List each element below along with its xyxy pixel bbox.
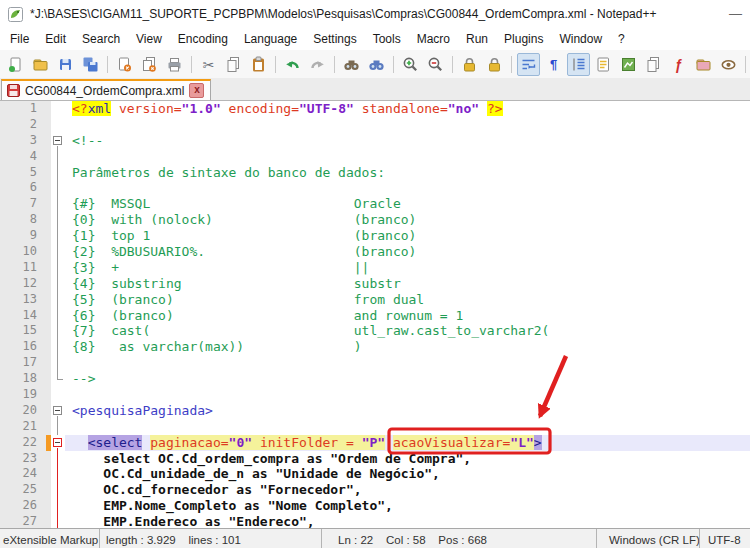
menu-item-language[interactable]: Language: [236, 29, 305, 49]
function-list-icon[interactable]: [592, 53, 615, 76]
define-language-icon[interactable]: ƒ: [667, 53, 690, 76]
undo-icon[interactable]: [281, 53, 304, 76]
copy-icon[interactable]: [222, 53, 245, 76]
tab-close-icon[interactable]: x: [189, 83, 204, 98]
editor-line-25[interactable]: 25 OC.cd_fornecedor as "Fornecedor",: [0, 482, 750, 498]
line-text: [65, 117, 750, 133]
save-icon[interactable]: [54, 53, 77, 76]
sync-vertical-scroll-icon[interactable]: [458, 53, 481, 76]
line-number: 24: [0, 466, 46, 482]
menu-item-encoding[interactable]: Encoding: [170, 29, 236, 49]
find-icon[interactable]: [340, 53, 363, 76]
editor-line-26[interactable]: 26 EMP.Nome_Completo as "Nome Completo",: [0, 498, 750, 514]
cut-icon[interactable]: ✂: [197, 53, 220, 76]
menu-item-macro[interactable]: Macro: [409, 29, 458, 49]
document-map-icon[interactable]: [617, 53, 640, 76]
fold-margin[interactable]: [51, 435, 65, 451]
print-icon[interactable]: [163, 53, 186, 76]
tab-bar: CG00844_OrdemCompra.xml x: [0, 78, 750, 101]
open-file-icon[interactable]: [29, 53, 52, 76]
title-bar: *J:\BASES\CIGAM11_SUPORTE_PCPBPM\Modelos…: [0, 0, 750, 28]
editor-line-1[interactable]: 1<?xml version="1.0" encoding="UTF-8" st…: [0, 101, 750, 117]
editor-line-27[interactable]: 27 EMP.Endereco as "Endereco",: [0, 514, 750, 528]
editor-line-2[interactable]: 2: [0, 117, 750, 133]
minimize-button[interactable]: —: [729, 9, 742, 19]
menu-item-search[interactable]: Search: [74, 29, 128, 49]
menu-item-help[interactable]: ?: [610, 29, 633, 49]
line-text: {3} + ||: [65, 260, 750, 276]
menu-item-edit[interactable]: Edit: [37, 29, 74, 49]
line-text: <?xml version="1.0" encoding="UTF-8" sta…: [65, 101, 750, 117]
fold-margin: [51, 498, 65, 514]
status-eol-format[interactable]: Windows (CR LF): [597, 529, 700, 548]
line-number: 16: [0, 339, 46, 355]
fold-margin: [51, 323, 65, 339]
fold-margin: [51, 451, 65, 467]
line-text: [65, 149, 750, 165]
editor-line-11[interactable]: 11{3} + ||: [0, 260, 750, 276]
menu-item-file[interactable]: File: [2, 29, 37, 49]
menu-item-view[interactable]: View: [128, 29, 170, 49]
zoom-out-icon[interactable]: [424, 53, 447, 76]
menu-item-plugins[interactable]: Plugins: [496, 29, 551, 49]
editor-line-9[interactable]: 9{1} top 1 (branco): [0, 228, 750, 244]
editor-line-4[interactable]: 4: [0, 149, 750, 165]
fold-collapse-icon: [53, 136, 62, 145]
redo-icon[interactable]: [306, 53, 329, 76]
editor-line-19[interactable]: 19: [0, 387, 750, 403]
editor-line-23[interactable]: 23 select OC.Cd_ordem_compra as "Ordem d…: [0, 451, 750, 467]
zoom-in-icon[interactable]: [399, 53, 422, 76]
close-all-icon[interactable]: [138, 53, 161, 76]
file-monitoring-eye-icon[interactable]: [717, 53, 740, 76]
fold-margin[interactable]: [51, 403, 65, 419]
editor-line-22[interactable]: 22 <select paginacao="0" initFolder = "P…: [0, 435, 750, 451]
toolbar-separator: [745, 56, 746, 73]
editor-line-15[interactable]: 15{7} cast( utl_raw.cast_to_varchar2(: [0, 323, 750, 339]
new-file-icon[interactable]: [4, 53, 27, 76]
line-number: 14: [0, 308, 46, 324]
editor-line-21[interactable]: 21: [0, 419, 750, 435]
line-number: 1: [0, 101, 46, 117]
line-text: OC.Cd_unidade_de_n as "Unidade de Negóci…: [65, 466, 750, 482]
editor-line-17[interactable]: 17: [0, 355, 750, 371]
editor-line-8[interactable]: 8{0} with (nolock) (branco): [0, 212, 750, 228]
line-text: EMP.Nome_Completo as "Nome Completo",: [65, 498, 750, 514]
toolbar-separator: [452, 56, 453, 73]
show-indent-guide-icon[interactable]: [567, 53, 590, 76]
folder-as-workspace-icon[interactable]: [692, 53, 715, 76]
menu-item-settings[interactable]: Settings: [305, 29, 364, 49]
menu-item-tools[interactable]: Tools: [365, 29, 409, 49]
paste-icon[interactable]: [247, 53, 270, 76]
editor-line-10[interactable]: 10{2} %DBUSUARIO%. (branco): [0, 244, 750, 260]
editor-line-12[interactable]: 12{4} substring substr: [0, 276, 750, 292]
save-all-icon[interactable]: [79, 53, 102, 76]
status-encoding[interactable]: UTF-8: [700, 529, 750, 548]
close-icon[interactable]: [113, 53, 136, 76]
sync-horizontal-scroll-icon[interactable]: [483, 53, 506, 76]
code-editor[interactable]: 1<?xml version="1.0" encoding="UTF-8" st…: [0, 101, 750, 528]
fold-margin[interactable]: [51, 133, 65, 149]
editor-line-14[interactable]: 14{6} (branco) and rownum = 1: [0, 308, 750, 324]
editor-line-20[interactable]: 20<pesquisaPaginada>: [0, 403, 750, 419]
editor-line-7[interactable]: 7{#} MSSQL Oracle: [0, 196, 750, 212]
editor-line-5[interactable]: 5Parâmetros de sintaxe do banco de dados…: [0, 165, 750, 181]
editor-line-6[interactable]: 6: [0, 180, 750, 196]
menu-item-window[interactable]: Window: [551, 29, 610, 49]
show-all-characters-icon[interactable]: ¶: [542, 53, 565, 76]
line-number: 2: [0, 117, 46, 133]
word-wrap-icon[interactable]: [517, 53, 540, 76]
document-list-icon[interactable]: [642, 53, 665, 76]
editor-line-18[interactable]: 18-->: [0, 371, 750, 387]
editor-line-24[interactable]: 24 OC.Cd_unidade_de_n as "Unidade de Neg…: [0, 466, 750, 482]
line-text: Parâmetros de sintaxe do banco de dados:: [65, 165, 750, 181]
menu-item-run[interactable]: Run: [458, 29, 496, 49]
line-number: 26: [0, 498, 46, 514]
tab-cg00844-ordemcompra[interactable]: CG00844_OrdemCompra.xml x: [1, 79, 211, 100]
replace-icon[interactable]: [365, 53, 388, 76]
editor-line-3[interactable]: 3<!--: [0, 133, 750, 149]
editor-line-13[interactable]: 13{5} (branco) from dual: [0, 292, 750, 308]
line-number: 25: [0, 482, 46, 498]
line-text: [65, 355, 750, 371]
line-number: 17: [0, 355, 46, 371]
editor-line-16[interactable]: 16{8} as varchar(max)) ): [0, 339, 750, 355]
